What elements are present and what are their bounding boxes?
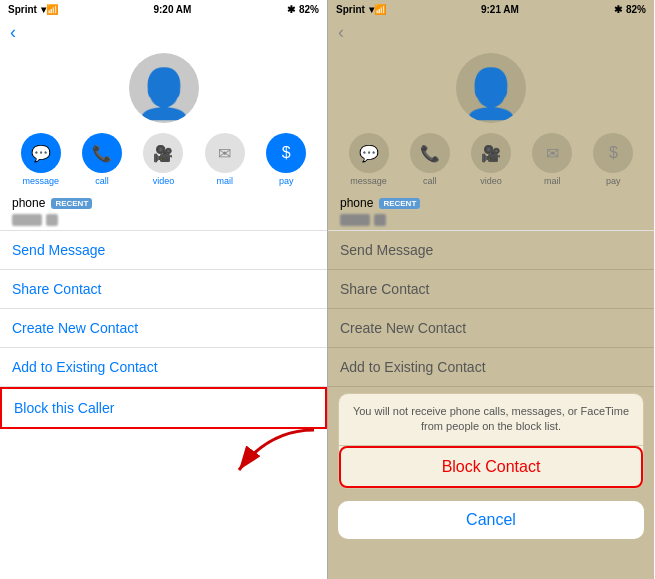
wifi-icon: ▾📶	[41, 4, 58, 15]
left-avatar-area: 👤	[0, 47, 327, 127]
right-mail-button[interactable]: ✉ mail	[527, 133, 577, 186]
pay-icon: $	[266, 133, 306, 173]
wifi-icon-right: ▾📶	[369, 4, 386, 15]
person-icon: 👤	[134, 70, 194, 118]
left-phone-section: phone RECENT	[0, 190, 327, 212]
call-button[interactable]: 📞 call	[77, 133, 127, 186]
right-call-icon: 📞	[410, 133, 450, 173]
left-battery: 82%	[299, 4, 319, 15]
video-button[interactable]: 🎥 video	[138, 133, 188, 186]
right-avatar-area: 👤	[328, 47, 654, 127]
right-blurred-number-1	[340, 214, 370, 226]
right-create-contact-item[interactable]: Create New Contact	[328, 309, 654, 348]
bluetooth-icon-right: ✱	[614, 4, 622, 15]
right-share-contact-item[interactable]: Share Contact	[328, 270, 654, 309]
right-status-carrier: Sprint ▾📶	[336, 4, 386, 15]
right-call-button[interactable]: 📞 call	[405, 133, 455, 186]
right-blurred-number-2	[374, 214, 386, 226]
call-icon: 📞	[82, 133, 122, 173]
red-arrow-annotation	[229, 425, 319, 485]
right-status-time: 9:21 AM	[481, 4, 519, 15]
right-phone-section: phone RECENT	[328, 190, 654, 212]
right-add-existing-contact-item[interactable]: Add to Existing Contact	[328, 348, 654, 387]
right-phone-panel: Sprint ▾📶 9:21 AM ✱ 82% ‹ 👤 💬 message 📞 …	[327, 0, 654, 579]
right-video-button[interactable]: 🎥 video	[466, 133, 516, 186]
left-phone-panel: Sprint ▾📶 9:20 AM ✱ 82% ‹ 👤 💬 message 📞 …	[0, 0, 327, 579]
left-status-time: 9:20 AM	[153, 4, 191, 15]
right-status-bar: Sprint ▾📶 9:21 AM ✱ 82%	[328, 0, 654, 18]
right-phone-label: phone	[340, 196, 373, 210]
right-avatar: 👤	[456, 53, 526, 123]
right-action-row: 💬 message 📞 call 🎥 video ✉ mail $ pay	[328, 127, 654, 190]
right-pay-button[interactable]: $ pay	[588, 133, 638, 186]
bluetooth-icon: ✱	[287, 4, 295, 15]
blurred-number-1	[12, 214, 42, 226]
left-status-carrier: Sprint ▾📶	[8, 4, 58, 15]
right-video-icon: 🎥	[471, 133, 511, 173]
phone-number-row	[0, 212, 327, 230]
recent-badge: RECENT	[51, 198, 92, 209]
mail-icon: ✉	[205, 133, 245, 173]
create-contact-item[interactable]: Create New Contact	[0, 309, 327, 348]
left-status-bar: Sprint ▾📶 9:20 AM ✱ 82%	[0, 0, 327, 18]
left-avatar: 👤	[129, 53, 199, 123]
message-icon: 💬	[21, 133, 61, 173]
message-button[interactable]: 💬 message	[16, 133, 66, 186]
right-send-message-item[interactable]: Send Message	[328, 231, 654, 270]
pay-button[interactable]: $ pay	[261, 133, 311, 186]
cancel-button[interactable]: Cancel	[466, 511, 516, 529]
person-icon-right: 👤	[461, 70, 521, 118]
right-battery: 82%	[626, 4, 646, 15]
right-phone-number-row	[328, 212, 654, 230]
confirm-box: You will not receive phone calls, messag…	[338, 393, 644, 489]
send-message-item[interactable]: Send Message	[0, 231, 327, 270]
share-contact-item[interactable]: Share Contact	[0, 270, 327, 309]
left-menu-list: Send Message Share Contact Create New Co…	[0, 230, 327, 579]
block-contact-button[interactable]: Block Contact	[339, 446, 643, 488]
block-caller-item[interactable]: Block this Caller	[0, 387, 327, 429]
right-message-icon: 💬	[349, 133, 389, 173]
left-back-button[interactable]: ‹	[0, 18, 327, 47]
cancel-box[interactable]: Cancel	[338, 501, 644, 539]
confirm-text: You will not receive phone calls, messag…	[351, 404, 631, 435]
mail-button[interactable]: ✉ mail	[200, 133, 250, 186]
right-recent-badge: RECENT	[379, 198, 420, 209]
phone-label: phone	[12, 196, 45, 210]
add-existing-contact-item[interactable]: Add to Existing Contact	[0, 348, 327, 387]
video-icon: 🎥	[143, 133, 183, 173]
right-menu-list: Send Message Share Contact Create New Co…	[328, 230, 654, 387]
right-pay-icon: $	[593, 133, 633, 173]
right-back-button[interactable]: ‹	[328, 18, 654, 47]
left-action-row: 💬 message 📞 call 🎥 video ✉ mail $ pay	[0, 127, 327, 190]
right-mail-icon: ✉	[532, 133, 572, 173]
right-message-button[interactable]: 💬 message	[344, 133, 394, 186]
blurred-number-2	[46, 214, 58, 226]
